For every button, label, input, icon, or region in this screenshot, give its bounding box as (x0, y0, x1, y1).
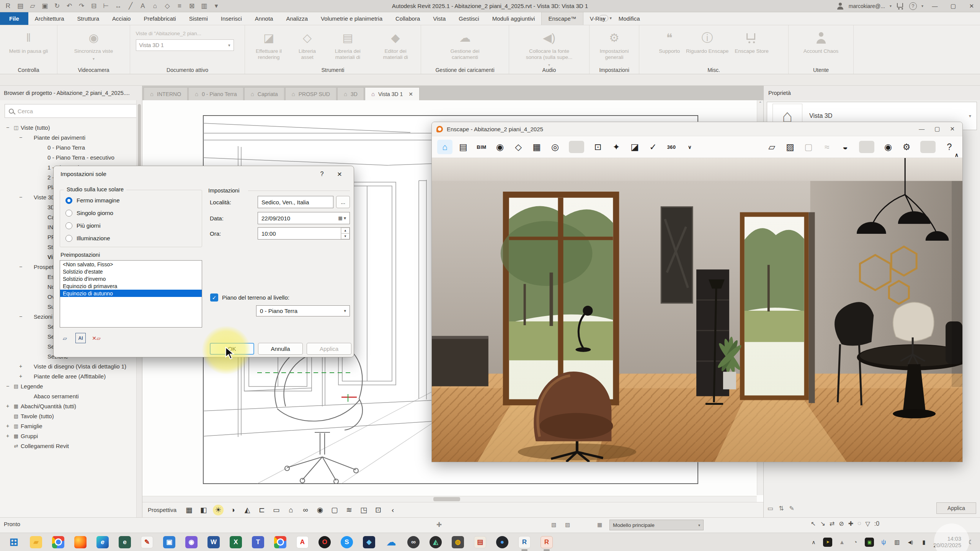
select-pinned-icon[interactable]: ⇄ (830, 520, 835, 527)
shadows-icon[interactable]: ◑ (227, 504, 238, 516)
revit-active-icon[interactable]: R (541, 536, 553, 548)
python-app-icon[interactable]: ◭ (430, 536, 442, 548)
start-button[interactable]: ⊞ (8, 536, 20, 548)
material-editor-button[interactable]: ◆ Editor dei materiali di (375, 28, 416, 60)
ribbon-collapse-control[interactable]: ▴▾ (599, 15, 612, 21)
print-icon[interactable]: ⊟ (88, 1, 100, 11)
time-spinner[interactable]: ▲▼ (341, 228, 350, 239)
horizontal-scrollbar[interactable] (142, 496, 757, 502)
help-chevron-icon[interactable]: ▾ (921, 4, 923, 8)
tree-item[interactable]: + ▦ Abachi/Quantità (tutti) (2, 401, 142, 411)
about-enscape-button[interactable]: ⓘ Riguardo Enscape (686, 28, 728, 54)
text-icon[interactable]: A (137, 1, 149, 11)
tree-item[interactable]: 0 - Piano Terra (2, 142, 142, 152)
duplicate-preset-button[interactable]: ▱ (60, 333, 70, 343)
tree-expander[interactable]: + (4, 423, 11, 429)
ribbon-tab[interactable]: Architettura (28, 12, 71, 25)
notes-icon[interactable]: ✎ (141, 536, 153, 548)
movies-app-icon[interactable]: ▣ (163, 536, 175, 548)
filter-icon[interactable]: ▽ (866, 520, 870, 527)
ribbon-tab[interactable]: Inserisci (214, 12, 248, 25)
ribbon-tab[interactable]: Sistemi (183, 12, 214, 25)
view-tab[interactable]: ⌂ INTERNO (144, 87, 188, 100)
account-chaos-button[interactable]: Account Chaos (804, 28, 839, 54)
ground-plane-checkbox[interactable]: ✓ (210, 293, 218, 302)
bim-building-icon[interactable]: ▦ (529, 140, 544, 154)
analytical-icon[interactable]: ⊡ (372, 504, 384, 516)
ribbon-tab[interactable]: Collabora (389, 12, 426, 25)
select-link-icon[interactable]: ↖ (811, 520, 816, 527)
video-editor-icon[interactable]: ◎ (547, 140, 563, 154)
bim-layers-icon[interactable]: BIM (474, 140, 489, 154)
calendar-icon[interactable]: ▦ ▾ (338, 215, 346, 221)
ribbon-tab[interactable]: Analizza (279, 12, 314, 25)
drag-elements-icon[interactable]: ✚ (848, 520, 853, 527)
file-windows-icon[interactable]: ▤ (15, 1, 26, 11)
ribbon-tab[interactable]: Annota (248, 12, 280, 25)
tray-gdrive-icon[interactable]: ▲ (838, 539, 846, 545)
tree-item[interactable]: − Piante dei pavimenti (2, 132, 142, 142)
save-icon[interactable]: ▣ (39, 1, 51, 11)
customize-icon[interactable]: ▾ (211, 1, 222, 11)
general-settings-icon[interactable]: ⚙ (899, 140, 914, 154)
onedrive-icon[interactable]: ☁ (385, 536, 397, 548)
tree-item[interactable]: + Viste di disegno (Vista di dettaglio 1… (2, 361, 142, 371)
close-view-icon[interactable]: ✕ (408, 91, 413, 97)
enscape-icon[interactable]: e (119, 536, 131, 548)
ribbon-tab[interactable]: Struttura (71, 12, 106, 25)
pan-icon[interactable]: ✚ (436, 521, 442, 529)
temporary-hide-icon[interactable]: ∞ (300, 504, 311, 516)
select-underlay-icon[interactable]: ↘ (820, 520, 825, 527)
cancel-button[interactable]: Annulla (258, 343, 303, 355)
ribbon-tab[interactable]: Prefabbricati (137, 12, 182, 25)
account-name[interactable]: marcokiare@... (849, 3, 885, 9)
scale-label[interactable]: Prospettiva (148, 507, 176, 513)
scale-icon[interactable]: ▦ (183, 504, 195, 516)
revit-taskbar-icon[interactable]: R (518, 536, 531, 548)
tree-expander[interactable]: + (4, 433, 11, 439)
ribbon-tab[interactable]: Moduli aggiuntivi (486, 12, 542, 25)
rename-preset-button[interactable]: AI (75, 333, 86, 343)
enscape-store-button[interactable]: Enscape Store (735, 28, 769, 54)
asset-library-icon[interactable]: ◇ (511, 140, 526, 154)
excel-icon[interactable]: X (230, 536, 242, 548)
enscape-render-viewport[interactable] (432, 158, 962, 462)
collapse-arrow-icon[interactable]: ⌃ (757, 101, 763, 105)
collapse-chevron-icon[interactable]: ‹ (387, 504, 399, 516)
date-field[interactable]: 22/09/2010 ▦ ▾ (258, 212, 350, 224)
solar-study-radio[interactable]: Più giorni (60, 219, 202, 232)
tree-expander[interactable]: − (4, 124, 11, 130)
project-browser-title[interactable]: Browser di progetto - Abitazione_2 piani… (0, 86, 142, 100)
ribbon-tab[interactable]: Vista (426, 12, 452, 25)
tree-item[interactable]: Abaco serramenti (2, 391, 142, 401)
acrobat-icon[interactable]: A (296, 536, 309, 548)
sync-views-button[interactable]: ◉ Sincronizza viste ▾ (74, 28, 113, 62)
tree-item[interactable]: 0 - Piano Terra - esecutivo (2, 152, 142, 162)
active-view-select[interactable]: Vista 3D 1 ▾ (136, 39, 234, 51)
tree-item[interactable]: − ◫ Viste (tutto) (2, 122, 142, 132)
export-check-icon[interactable]: ✓ (645, 140, 661, 154)
tree-item[interactable]: − ▤ Legende (2, 381, 142, 391)
spinner-icon[interactable]: ◌ (858, 520, 861, 527)
view-cube-icon[interactable]: ◳ (358, 504, 369, 516)
view-tab[interactable]: ⌂ Vista 3D 1 ✕ (365, 87, 420, 100)
enscape-maximize-button[interactable]: ▢ (934, 126, 940, 132)
thin-lines-icon[interactable]: ≡ (174, 1, 185, 11)
ribbon-tab[interactable]: Enscape™ (541, 12, 583, 25)
redo-icon[interactable]: ↷ (76, 1, 87, 11)
dialog-title[interactable]: Impostazioni sole (54, 166, 354, 182)
select-face-icon[interactable]: ⊘ (839, 520, 844, 527)
upload-management-button[interactable]: ☁ Gestione dei caricamenti (442, 28, 488, 60)
view-tab[interactable]: ⌂ PROSP SUD (285, 87, 336, 100)
location-browse-button[interactable]: ... (336, 196, 350, 208)
notification-bell-icon[interactable]: ☾ (967, 539, 975, 546)
displacement-icon[interactable]: ≋ (343, 504, 355, 516)
enscape-minimize-button[interactable]: — (919, 126, 924, 132)
image-export-icon[interactable]: ◪ (627, 140, 642, 154)
search-input[interactable] (18, 108, 133, 114)
properties-help-icon[interactable]: ▭ (768, 505, 773, 512)
ribbon-tab[interactable]: Gestisci (452, 12, 485, 25)
opera-icon[interactable]: O (318, 536, 331, 548)
tree-expander[interactable]: − (4, 383, 11, 389)
tree-item[interactable]: + Piante delle aree (Affittabile) (2, 371, 142, 381)
